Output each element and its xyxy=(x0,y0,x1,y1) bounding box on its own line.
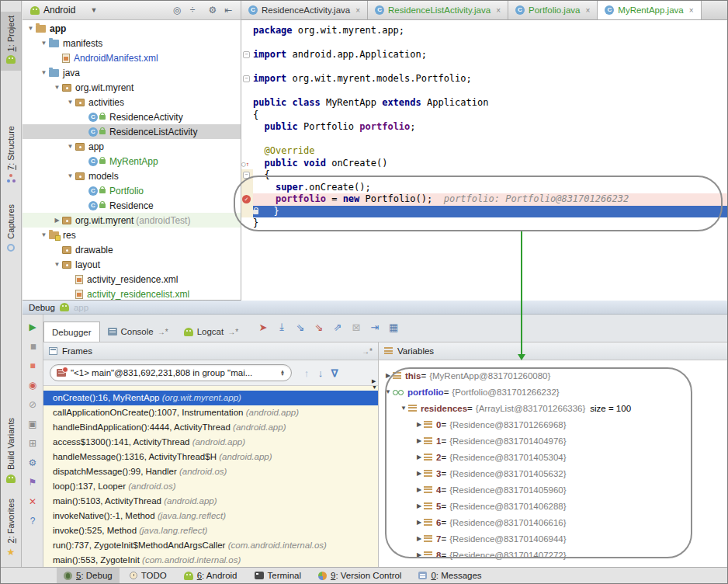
code-line[interactable]: portfolio = new Portfolio(); portfolio: … xyxy=(241,193,727,206)
editor-gutter[interactable] xyxy=(241,73,253,85)
variable-row-portfolio[interactable]: ▼portfolio = {Portfolio@831701266232} xyxy=(379,384,727,400)
chevron-right-icon[interactable]: ▶ xyxy=(414,486,424,493)
code-line[interactable]: ○ public void onCreate() xyxy=(241,158,727,170)
editor-gutter[interactable] xyxy=(241,134,253,146)
filter-frames-button[interactable]: ∇ xyxy=(328,367,341,379)
status-tab-android[interactable]: 6: Android xyxy=(177,568,244,584)
code-line[interactable] xyxy=(241,37,727,50)
step-over-button[interactable]: ⤓ xyxy=(272,321,291,333)
tree-item-residencelistactivity[interactable]: ResidenceListActivity xyxy=(23,124,241,139)
chevron-right-icon[interactable]: ▶ xyxy=(414,535,424,542)
close-button[interactable]: ✕ xyxy=(26,495,40,508)
variable-row-6[interactable]: ▶6 = {Residence@831701406616} xyxy=(379,514,727,530)
code-line[interactable]: { xyxy=(241,110,727,122)
editor-gutter[interactable]: ○ xyxy=(241,158,253,170)
resume-button[interactable]: ▶ xyxy=(26,321,40,333)
stack-frame-row[interactable]: handleMessage():1316, ActivityThread$H (… xyxy=(43,450,378,464)
help-button[interactable]: ? xyxy=(26,515,40,527)
editor-tab-residenceactivity-java[interactable]: ResidenceActivity.java× xyxy=(241,1,368,19)
editor-gutter[interactable] xyxy=(241,97,253,110)
tree-item-app[interactable]: ▼app xyxy=(23,139,241,154)
code-line[interactable]: } xyxy=(241,206,727,218)
close-icon[interactable]: × xyxy=(355,6,360,15)
editor-tab-portfolio-java[interactable]: Portfolio.java× xyxy=(508,1,598,19)
chevron-right-icon[interactable]: ▶ xyxy=(414,470,424,477)
tab-console[interactable]: Console→* xyxy=(100,322,176,342)
code-line[interactable]: } xyxy=(241,217,727,230)
variable-row-8[interactable]: ▶8 = {Residence@831701407272} xyxy=(379,547,727,563)
variable-row-4[interactable]: ▶4 = {Residence@831701405960} xyxy=(379,481,727,498)
stack-frame-row[interactable]: callApplicationOnCreate():1007, Instrume… xyxy=(43,405,378,420)
editor-gutter[interactable] xyxy=(241,49,253,61)
step-out-button[interactable]: ⇗ xyxy=(328,322,347,333)
tree-item-residence[interactable]: Residence xyxy=(23,198,241,213)
tool-tab-build-variants[interactable]: Build Variants xyxy=(1,414,21,489)
tree-item-activity-residencelist-xml[interactable]: activity_residencelist.xml xyxy=(23,287,241,300)
run-to-cursor-button[interactable]: ⇥ xyxy=(366,322,384,333)
tree-item-drawable[interactable]: drawable xyxy=(23,242,241,257)
fold-marker-icon[interactable] xyxy=(243,172,250,179)
breakpoint-icon[interactable] xyxy=(242,195,251,203)
stack-frame-row[interactable]: onCreate():16, MyRentApp (org.wit.myrent… xyxy=(43,391,378,405)
stop-button[interactable]: ■ xyxy=(26,360,40,372)
code-line[interactable]: import android.app.Application; xyxy=(241,49,727,61)
mute-breakpoints-button[interactable]: ⊘ xyxy=(26,398,40,411)
restore-layout-button[interactable]: ⊞ xyxy=(26,437,40,450)
code-editor[interactable]: package org.wit.myrent.app;import androi… xyxy=(241,21,727,301)
editor-gutter[interactable] xyxy=(241,85,253,98)
tab-logcat[interactable]: Logcat→* xyxy=(176,322,246,342)
variable-row-0[interactable]: ▶0 = {Residence@831701266968} xyxy=(379,416,727,433)
tree-item-models[interactable]: ▼models xyxy=(23,169,241,183)
tab-debugger[interactable]: Debugger xyxy=(43,322,100,342)
chevron-right-icon[interactable]: ▶ xyxy=(383,372,393,379)
stack-frame-row[interactable]: dispatchMessage():99, Handler (android.o… xyxy=(43,464,378,479)
pin-tab-icon[interactable]: →* xyxy=(227,328,238,336)
code-line[interactable]: super.onCreate(); xyxy=(241,182,727,194)
settings-button[interactable]: ⚙ xyxy=(26,457,40,469)
chevron-down-icon[interactable]: ▼ xyxy=(383,388,393,395)
close-icon[interactable]: × xyxy=(585,6,590,15)
editor-gutter[interactable] xyxy=(241,145,253,158)
editor-gutter[interactable] xyxy=(241,37,253,50)
combo-stepper-icon[interactable]: ▲▼ xyxy=(280,370,285,376)
tool-tab-favorites[interactable]: 2: Favorites★ xyxy=(1,495,21,562)
status-tab-terminal[interactable]: Terminal xyxy=(248,568,308,584)
override-marker-icon[interactable]: ○ xyxy=(241,158,249,171)
chevron-right-icon[interactable]: ▶ xyxy=(414,421,424,428)
status-tab-todo[interactable]: TODO xyxy=(123,568,174,584)
hide-panel-icon[interactable]: ⇤ xyxy=(220,4,236,16)
stack-frame-row[interactable]: main():5103, ActivityThread (android.app… xyxy=(43,494,378,509)
editor-gutter[interactable] xyxy=(241,110,253,122)
variable-row-this[interactable]: ▶this = {MyRentApp@831701260080} xyxy=(379,367,727,384)
editor-gutter[interactable] xyxy=(241,25,253,37)
debug-tool-window-titlebar[interactable]: Debug app xyxy=(23,301,727,315)
tree-item-res[interactable]: ▼res xyxy=(23,228,241,242)
editor-gutter[interactable] xyxy=(241,193,253,206)
stack-frame-row[interactable]: invokeNative():-1, Method (java.lang.ref… xyxy=(43,509,378,523)
editor-gutter[interactable] xyxy=(241,206,253,218)
variable-row-7[interactable]: ▶7 = {Residence@831701406944} xyxy=(379,530,727,547)
stack-frame-row[interactable]: invoke():525, Method (java.lang.reflect) xyxy=(43,523,378,538)
code-line[interactable]: public Portfolio portfolio; xyxy=(241,121,727,134)
fold-marker-icon[interactable] xyxy=(243,75,250,82)
tree-item-activity-residence-xml[interactable]: activity_residence.xml xyxy=(23,272,241,287)
tree-item-org-wit-myrent[interactable]: ▶org.wit.myrent(androidTest) xyxy=(23,213,241,228)
code-line[interactable]: import org.wit.myrent.models.Portfolio; xyxy=(241,73,727,85)
chevron-right-icon[interactable]: ▶ xyxy=(414,437,424,444)
chevron-right-icon[interactable]: ▶ xyxy=(414,519,424,526)
tool-tab-project[interactable]: 1: Project xyxy=(1,12,21,71)
tree-item-layout[interactable]: ▼layout xyxy=(23,257,241,272)
code-line[interactable]: @Override xyxy=(241,145,727,158)
tree-item-activities[interactable]: ▼activities xyxy=(23,95,241,110)
editor-gutter[interactable] xyxy=(241,121,253,134)
thread-selector[interactable]: "<1> main"@831,692,231,808 in group "mai… xyxy=(50,364,292,381)
stack-frame-row[interactable]: handleBindApplication():4444, ActivityTh… xyxy=(43,420,378,435)
editor-tab-residencelistactivity-java[interactable]: ResidenceListActivity.java× xyxy=(368,1,508,19)
step-into-button[interactable]: ⇘ xyxy=(291,322,310,333)
tool-tab-captures[interactable]: Captures xyxy=(1,200,21,259)
chevron-right-icon[interactable]: ▶ xyxy=(414,502,424,509)
editor-gutter[interactable] xyxy=(241,61,253,74)
tree-item-org-wit-myrent[interactable]: ▼org.wit.myrent xyxy=(23,80,241,95)
view-breakpoints-button[interactable]: ◉ xyxy=(26,379,40,391)
gear-icon[interactable]: ⚙ xyxy=(205,4,220,16)
